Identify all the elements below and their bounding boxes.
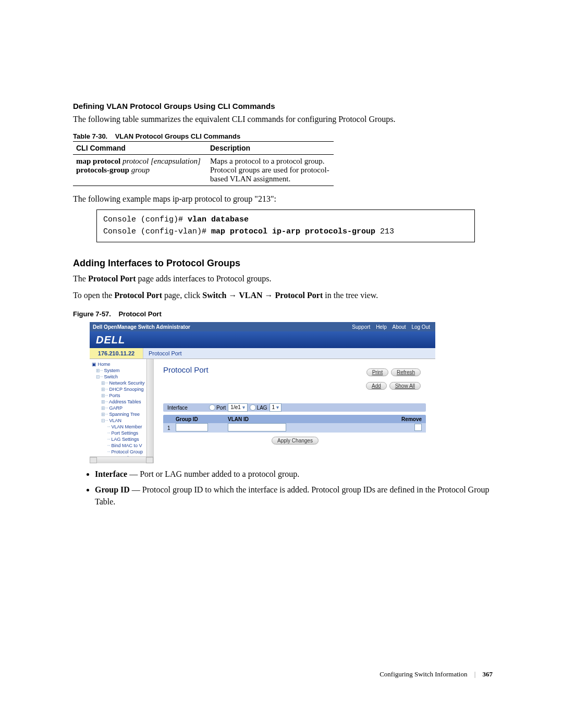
tree-protocol-group[interactable]: Protocol Group: [112, 449, 143, 454]
remove-checkbox[interactable]: [414, 424, 422, 431]
apply-changes-button[interactable]: Apply Changes: [272, 437, 319, 445]
con-l2-prompt: Console (config-vlan)#: [103, 227, 211, 236]
example-lead: The following example maps ip-arp protoc…: [73, 193, 495, 205]
tree-lag-settings[interactable]: LAG Settings: [112, 437, 139, 442]
cmd-arg-2: group: [131, 166, 150, 174]
frag: Protocol Port: [114, 291, 162, 300]
th-remove: Remove: [401, 416, 422, 422]
lag-radio[interactable]: [250, 404, 256, 411]
th-description: Description: [207, 141, 334, 154]
frag: Switch: [202, 291, 226, 300]
term-group-id: Group ID: [95, 485, 130, 494]
p-open-path: To open the Protocol Port page, click Sw…: [73, 290, 495, 301]
th-cli-command: CLI Command: [73, 141, 207, 154]
cmd-keyword-2: protocols-group: [76, 166, 129, 174]
tree-dhcp-snooping[interactable]: DHCP Snooping: [109, 387, 144, 392]
cmd-description: Maps a protocol to a protocol group. Pro…: [207, 154, 334, 186]
tree-switch[interactable]: Switch: [104, 374, 118, 379]
tree-bind-mac[interactable]: Bind MAC to V: [112, 443, 142, 448]
tree-ports[interactable]: Ports: [109, 393, 120, 398]
nav-help[interactable]: Help: [376, 324, 387, 330]
footer-section: Configuring Switch Information: [380, 670, 467, 678]
footer-divider: |: [474, 670, 476, 678]
row-index: 1: [167, 425, 176, 431]
nav-about[interactable]: About: [392, 324, 406, 330]
tree-vlan[interactable]: VLAN: [109, 418, 122, 423]
figure-caption: Figure 7-57. Protocol Port: [73, 310, 495, 318]
arrow: →: [263, 291, 275, 300]
table-caption-title: VLAN Protocol Groups CLI Commands: [115, 132, 241, 140]
table-caption: Table 7-30. VLAN Protocol Groups CLI Com…: [73, 132, 495, 140]
inner-table-header: Group ID VLAN ID Remove: [163, 415, 426, 423]
th-group-id: Group ID: [176, 416, 228, 422]
interface-bar: Interface Port 1/e1 LAG 1: [163, 403, 426, 412]
inner-table-row: 1: [163, 423, 426, 433]
cmd-keyword-1: map protocol: [76, 157, 120, 165]
th-vlan-id: VLAN ID: [228, 416, 322, 422]
device-ip: 176.210.11.22: [90, 348, 143, 359]
frag: page adds interfaces to Protocol groups.: [136, 274, 272, 283]
print-button[interactable]: Print: [366, 368, 389, 376]
lag-label: LAG: [257, 405, 267, 411]
lag-select[interactable]: 1: [270, 403, 282, 412]
window-title: Dell OpenManage Switch Administrator: [93, 324, 190, 330]
cli-commands-table: CLI Command Description map protocol pro…: [73, 141, 334, 186]
fig-caption-title: Protocol Port: [118, 310, 161, 318]
vlanid-input[interactable]: [228, 423, 286, 431]
p-protocol-port-intro: The Protocol Port page adds interfaces t…: [73, 273, 495, 285]
tree-port-settings[interactable]: Port Settings: [112, 430, 139, 436]
con-l1-cmd: vlan database: [188, 215, 249, 224]
add-button[interactable]: Add: [366, 382, 387, 390]
frag: VLAN: [239, 291, 262, 300]
tree-scrollbar-vertical[interactable]: [146, 359, 153, 457]
tree-address-tables[interactable]: Address Tables: [109, 399, 141, 404]
breadcrumb: Protocol Port: [143, 348, 435, 359]
tree-spanning-tree[interactable]: Spanning Tree: [109, 412, 140, 417]
tree-network-security[interactable]: Network Security: [109, 380, 145, 386]
screenshot-protocol-port: Dell OpenManage Switch Administrator Sup…: [90, 322, 435, 463]
arrow: →: [227, 291, 239, 300]
tree-vlan-member[interactable]: VLAN Member: [112, 424, 142, 429]
tree-garp[interactable]: GARP: [109, 405, 123, 411]
con-l1-prompt: Console (config)#: [103, 215, 188, 224]
brand-logo: DELL: [90, 331, 435, 348]
frag: page, click: [162, 291, 202, 300]
groupid-input[interactable]: [176, 423, 208, 431]
term-interface: Interface: [95, 470, 127, 478]
footer-page-number: 367: [483, 670, 493, 678]
showall-button[interactable]: Show All: [389, 382, 421, 390]
frag: Protocol Port: [275, 291, 323, 300]
cmd-arg-1: protocol [encapsulation]: [123, 157, 201, 165]
list-item: Interface — Port or LAG number added to …: [95, 468, 495, 480]
frag: Protocol Port: [88, 274, 136, 283]
port-label: Port: [216, 405, 226, 411]
tree-home[interactable]: Home: [98, 362, 111, 367]
table-caption-num: Table 7-30.: [73, 132, 107, 140]
field-definitions-list: Interface — Port or LAG number added to …: [73, 468, 495, 508]
con-l2-arg: 213: [375, 227, 394, 236]
tree-scrollbar-horizontal[interactable]: [90, 456, 153, 463]
con-l2-cmd: map protocol ip-arp protocols-group: [211, 227, 375, 236]
port-select[interactable]: 1/e1: [228, 403, 247, 412]
fig-caption-num: Figure 7-57.: [73, 310, 111, 318]
port-radio[interactable]: [209, 404, 215, 411]
frag: in the tree view.: [323, 291, 378, 300]
refresh-button[interactable]: Refresh: [391, 368, 421, 376]
nav-tree[interactable]: ▣ Home ⊞┈ System ⊟┈ Switch ⊞┈ Network Se…: [90, 359, 154, 463]
interface-label: Interface: [167, 405, 209, 411]
window-titlebar: Dell OpenManage Switch Administrator Sup…: [90, 322, 435, 331]
def-group-id: — Protocol group ID to which the interfa…: [95, 485, 489, 506]
intro-text-1: The following table summarizes the equiv…: [73, 114, 495, 125]
nav-logout[interactable]: Log Out: [411, 324, 430, 330]
frag: To open the: [73, 291, 114, 300]
tree-system[interactable]: System: [104, 368, 120, 373]
section-heading-2: Adding Interfaces to Protocol Groups: [73, 258, 495, 269]
def-interface: — Port or LAG number added to a protocol…: [127, 470, 299, 478]
main-panel: Protocol Port Print Refresh Add Show All…: [154, 359, 435, 463]
frag: The: [73, 274, 88, 283]
section-heading-1: Defining VLAN Protocol Groups Using CLI …: [73, 102, 495, 110]
page-footer: Configuring Switch Information | 367: [380, 670, 493, 678]
console-block: Console (config)# vlan database Console …: [96, 209, 475, 242]
table-row: map protocol protocol [encapsulation] pr…: [73, 154, 334, 186]
nav-support[interactable]: Support: [352, 324, 370, 330]
